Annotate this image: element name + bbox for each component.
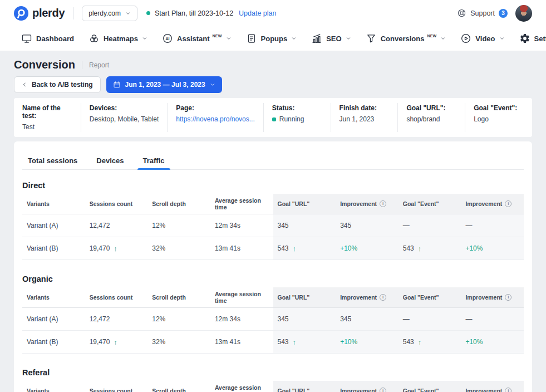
nav-item-assistant[interactable]: AIAssistantNEW [162, 33, 231, 44]
nav-item-video[interactable]: Video [460, 33, 504, 44]
cell-scroll-depth: 32% [147, 237, 210, 259]
tab-devices[interactable]: Devices [91, 151, 129, 169]
column-header-goal-url: Goal "URL" [273, 194, 336, 214]
info-field-label: Goal "URL": [406, 104, 456, 112]
table-row-variant-a: Variant (A)12,47212%12m 34s345345—— [22, 308, 524, 331]
up-arrow-icon: ↑ [114, 244, 117, 253]
nav-item-dashboard[interactable]: Dashboard [21, 33, 74, 44]
cell-goal-event: 543↑ [399, 237, 461, 259]
domain-selector[interactable]: plerdy.com [82, 6, 137, 21]
popups-icon [246, 33, 257, 44]
cell-goal-event: 543↑ [399, 331, 461, 353]
back-button[interactable]: Back to A/B testing [14, 76, 101, 93]
info-field-label: Status: [272, 104, 322, 112]
info-field-label: Name of the test: [22, 104, 72, 120]
cell-sessions-count: 19,470↑ [85, 331, 148, 353]
divider [73, 7, 74, 19]
nav-item-popups[interactable]: Popups [246, 33, 297, 44]
cell-improvement: +10% [336, 331, 399, 353]
date-range-button[interactable]: Jun 1, 2023 — Jul 3, 2023 [106, 76, 222, 93]
cell-variants: Variant (A) [22, 214, 85, 237]
info-icon[interactable]: i [505, 200, 511, 207]
column-header-sessions-count: Sessions count [85, 194, 148, 214]
cell-scroll-depth: 12% [147, 214, 210, 237]
up-arrow-icon: ↑ [418, 244, 422, 253]
top-header: plerdy plerdy.com Start Plan, till 2023-… [0, 0, 546, 26]
info-icon[interactable]: i [505, 388, 511, 392]
cell-average-session-time: 12m 34s [210, 214, 273, 237]
page-url-link[interactable]: https://novena.pro/novos... [176, 115, 254, 123]
table-row-variant-b: Variant (B)19,470↑32%13m 41s543↑+10%543↑… [22, 331, 524, 354]
column-header-scroll-depth: Scroll depth [147, 381, 210, 392]
info-field-label: Page: [176, 104, 254, 112]
column-header-scroll-depth: Scroll depth [147, 194, 210, 214]
info-field-goal-url: Goal "URL":shop/brand [397, 103, 465, 132]
section-organic: OrganicVariantsSessions countScroll dept… [22, 275, 524, 354]
cell-average-session-time: 12m 34s [210, 308, 273, 330]
assistant-icon: AI [162, 33, 173, 44]
avatar[interactable] [515, 5, 532, 22]
video-icon [460, 33, 471, 44]
column-header-improvement: Improvementi [336, 287, 399, 307]
nav-item-heatmaps[interactable]: Heatmaps [88, 33, 147, 44]
info-field-label: Goal "Event": [474, 104, 524, 112]
test-info-bar: Name of the test:TestDevices:Desktop, Mo… [14, 98, 532, 137]
section-direct: DirectVariantsSessions countScroll depth… [22, 181, 524, 260]
info-field-label: Devices: [90, 104, 159, 112]
brand-name: plerdy [32, 7, 65, 19]
chevron-down-icon [210, 82, 215, 87]
cell-improvement: 345 [336, 214, 399, 237]
info-icon[interactable]: i [505, 294, 511, 301]
column-header-improvement: Improvementi [336, 194, 399, 214]
cell-improvement: +10% [461, 331, 524, 353]
cell-variants: Variant (B) [22, 331, 85, 353]
column-header-goal-event: Goal "Event" [399, 381, 461, 392]
nav-item-label: Conversions [381, 35, 425, 43]
new-badge: NEW [213, 34, 222, 38]
brand[interactable]: plerdy [14, 6, 65, 21]
plan-status-dot [146, 11, 150, 15]
traffic-sections: DirectVariantsSessions countScroll depth… [22, 181, 524, 392]
support-button[interactable]: Support 3 [457, 8, 508, 18]
chevron-left-icon [22, 82, 27, 87]
support-icon [457, 8, 466, 18]
heatmaps-icon [88, 33, 100, 44]
nav-item-label: Heatmaps [104, 35, 138, 43]
info-icon[interactable]: i [380, 200, 386, 207]
status-value: Running [272, 115, 322, 123]
cell-variants: Variant (A) [22, 308, 85, 330]
page-subtitle: Report [82, 61, 109, 69]
up-arrow-icon: ↑ [114, 338, 117, 346]
info-field-page: Page:https://novena.pro/novos... [167, 103, 263, 132]
nav-item-seo[interactable]: SEO [311, 33, 351, 44]
column-header-average-session-time: Average session time [210, 287, 273, 307]
update-plan-link[interactable]: Update plan [239, 9, 276, 17]
new-badge: NEW [427, 34, 436, 38]
cell-goal-url: 345 [273, 214, 336, 237]
table-row-variant-b: Variant (B)19,470↑32%13m 41s543↑+10%543↑… [22, 237, 524, 260]
info-icon[interactable]: i [380, 294, 386, 301]
cell-average-session-time: 13m 41s [210, 331, 273, 353]
table-row-variant-a: Variant (A)12,47212%12m 34s345345—— [22, 214, 524, 237]
nav-item-label: Video [475, 35, 495, 43]
chevron-down-icon [291, 36, 297, 41]
tab-total-sessions[interactable]: Total sessions [22, 151, 83, 169]
cell-variants: Variant (B) [22, 237, 85, 259]
nav-item-conversions[interactable]: ConversionsNEW [366, 33, 446, 44]
support-label: Support [470, 9, 495, 17]
plan-status-text: Start Plan, till 2023-10-12 [155, 9, 233, 17]
column-header-scroll-depth: Scroll depth [147, 287, 210, 307]
cell-sessions-count: 19,470↑ [85, 237, 148, 259]
nav-item-label: Assistant [177, 35, 210, 43]
table-header-row: VariantsSessions countScroll depthAverag… [22, 287, 524, 308]
info-field-status: Status:Running [263, 103, 331, 132]
nav-item-settings[interactable]: Settings [519, 33, 546, 44]
tab-traffic[interactable]: Traffic [137, 151, 170, 169]
status-dot [272, 117, 276, 121]
nav-item-label: Dashboard [36, 35, 74, 43]
info-field-value: https://novena.pro/novos... [176, 115, 254, 123]
column-header-variants: Variants [22, 194, 85, 214]
info-field-goal-event: Goal "Event":Logo [465, 103, 532, 132]
column-header-variants: Variants [22, 381, 85, 392]
info-icon[interactable]: i [380, 388, 386, 392]
